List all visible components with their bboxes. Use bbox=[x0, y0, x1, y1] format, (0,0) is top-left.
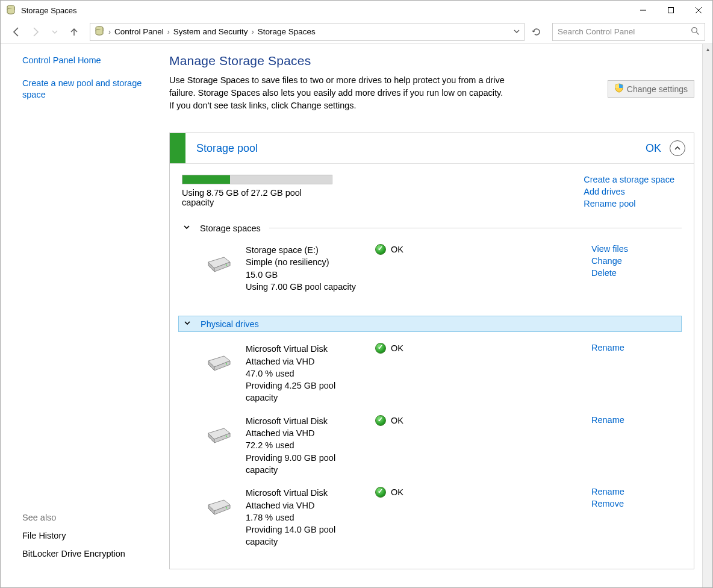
see-also-heading: See also bbox=[22, 513, 161, 522]
minimize-button[interactable] bbox=[629, 1, 657, 20]
ok-badge-icon bbox=[375, 244, 386, 255]
svg-point-17 bbox=[226, 363, 227, 364]
svg-point-13 bbox=[226, 264, 227, 266]
nav-row: › Control Panel › System and Security › … bbox=[1, 20, 712, 44]
close-button[interactable] bbox=[685, 1, 712, 20]
address-icon bbox=[94, 25, 105, 38]
pool-header: Storage pool OK bbox=[170, 133, 694, 163]
see-also-link[interactable]: BitLocker Drive Encryption bbox=[22, 549, 161, 558]
status-cell: OK bbox=[375, 487, 441, 498]
body-area: Control Panel Home Create a new pool and… bbox=[1, 44, 712, 587]
status-cell: OK bbox=[375, 415, 441, 426]
info-line: Microsoft Virtual Disk bbox=[246, 487, 363, 499]
physical-drive-info: Microsoft Virtual DiskAttached via VHD47… bbox=[246, 343, 363, 404]
info-line: 1.78 % used bbox=[246, 511, 363, 524]
window-title: Storage Spaces bbox=[21, 6, 77, 15]
page-description: Use Storage Spaces to save files to two … bbox=[169, 74, 506, 112]
info-line: Attached via VHD bbox=[246, 355, 363, 367]
pool-actions: Create a storage space Add drives Rename… bbox=[584, 175, 682, 208]
info-line: Providing 14.0 GB pool capacity bbox=[246, 524, 363, 548]
ok-badge-icon bbox=[375, 343, 386, 354]
physical-drive-info: Microsoft Virtual DiskAttached via VHD72… bbox=[246, 415, 363, 476]
svg-point-21 bbox=[226, 436, 227, 437]
info-line: Simple (no resiliency) bbox=[246, 256, 363, 268]
breadcrumb-item[interactable]: Storage Spaces bbox=[258, 27, 316, 36]
refresh-button[interactable] bbox=[527, 23, 546, 41]
info-line: Storage space (E:) bbox=[246, 244, 363, 256]
remove-link[interactable]: Remove bbox=[591, 499, 674, 508]
status-text: OK bbox=[391, 245, 403, 254]
shield-icon bbox=[614, 83, 624, 95]
chevron-right-icon[interactable]: › bbox=[167, 28, 170, 36]
pool-usage-bar bbox=[182, 175, 332, 184]
view-files-link[interactable]: View files bbox=[591, 244, 674, 254]
rename-pool-link[interactable]: Rename pool bbox=[584, 199, 674, 208]
search-placeholder: Search Control Panel bbox=[558, 27, 635, 36]
physical-drives-section-header[interactable]: Physical drives bbox=[178, 316, 682, 332]
status-cell: OK bbox=[375, 343, 441, 354]
pool-title: Storage pool bbox=[196, 142, 646, 155]
left-pane: Control Panel Home Create a new pool and… bbox=[1, 44, 169, 587]
maximize-button[interactable] bbox=[657, 1, 685, 20]
storage-pool-card: Storage pool OK Using 8.75 GB of 27.2 GB… bbox=[169, 133, 694, 569]
title-bar: Storage Spaces bbox=[1, 1, 712, 20]
physical-drive-row: Microsoft Virtual DiskAttached via VHD47… bbox=[182, 340, 682, 412]
section-title: Storage spaces bbox=[200, 224, 261, 233]
info-line: 72.2 % used bbox=[246, 439, 363, 451]
drive-icon bbox=[206, 415, 234, 444]
nav-up-button[interactable] bbox=[66, 23, 83, 40]
section-title: Physical drives bbox=[201, 319, 259, 329]
chevron-down-icon bbox=[182, 319, 192, 329]
rename-link[interactable]: Rename bbox=[591, 415, 674, 425]
create-storage-space-link[interactable]: Create a storage space bbox=[584, 175, 674, 184]
collapse-button[interactable] bbox=[670, 140, 685, 156]
storage-spaces-section-header[interactable]: Storage spaces bbox=[182, 223, 682, 233]
nav-forward-button[interactable] bbox=[27, 23, 44, 40]
create-pool-link[interactable]: Create a new pool and storage space bbox=[22, 78, 161, 101]
info-line: Microsoft Virtual Disk bbox=[246, 343, 363, 355]
address-bar[interactable]: › Control Panel › System and Security › … bbox=[90, 23, 525, 41]
pool-usage-fill bbox=[182, 175, 230, 184]
status-text: OK bbox=[391, 416, 403, 425]
change-settings-button[interactable]: Change settings bbox=[608, 80, 694, 98]
control-panel-home-link[interactable]: Control Panel Home bbox=[22, 55, 161, 67]
info-line: Using 7.00 GB pool capacity bbox=[246, 281, 363, 293]
breadcrumb-item[interactable]: System and Security bbox=[173, 27, 248, 36]
row-actions: RenameRemove bbox=[591, 487, 682, 508]
info-line: Attached via VHD bbox=[246, 427, 363, 439]
see-also-link[interactable]: File History bbox=[22, 531, 161, 540]
info-line: Providing 9.00 GB pool capacity bbox=[246, 452, 363, 477]
delete-link[interactable]: Delete bbox=[591, 268, 674, 278]
row-actions: Rename bbox=[591, 415, 682, 425]
chevron-right-icon[interactable]: › bbox=[252, 28, 254, 36]
svg-line-9 bbox=[697, 32, 699, 34]
physical-drive-info: Microsoft Virtual DiskAttached via VHD1.… bbox=[246, 487, 363, 548]
app-window: Storage Spaces › Control Panel › System … bbox=[0, 0, 713, 588]
vertical-scrollbar[interactable]: ▴ bbox=[702, 44, 712, 587]
svg-rect-3 bbox=[668, 8, 674, 13]
breadcrumb-item[interactable]: Control Panel bbox=[114, 27, 164, 36]
nav-recent-dropdown[interactable] bbox=[46, 23, 63, 40]
info-line: 47.0 % used bbox=[246, 367, 363, 380]
change-link[interactable]: Change bbox=[591, 256, 674, 266]
info-line: Providing 4.25 GB pool capacity bbox=[246, 380, 363, 404]
pool-usage-text: Using 8.75 GB of 27.2 GB pool capacity bbox=[182, 188, 314, 207]
add-drives-link[interactable]: Add drives bbox=[584, 187, 674, 196]
rename-link[interactable]: Rename bbox=[591, 343, 674, 352]
main-pane: Manage Storage Spaces Use Storage Spaces… bbox=[169, 44, 712, 587]
drive-icon bbox=[206, 487, 234, 516]
address-dropdown-icon[interactable] bbox=[513, 27, 520, 37]
nav-back-button[interactable] bbox=[8, 23, 25, 40]
divider bbox=[269, 228, 682, 228]
storage-space-info: Storage space (E:)Simple (no resiliency)… bbox=[246, 244, 363, 293]
storage-space-row: Storage space (E:)Simple (no resiliency)… bbox=[182, 242, 682, 301]
scroll-up-icon[interactable]: ▴ bbox=[703, 44, 712, 54]
search-icon bbox=[691, 27, 700, 37]
pool-body: Using 8.75 GB of 27.2 GB pool capacity C… bbox=[170, 163, 694, 569]
chevron-right-icon[interactable]: › bbox=[108, 28, 111, 36]
chevron-down-icon bbox=[182, 223, 191, 233]
rename-link[interactable]: Rename bbox=[591, 487, 674, 496]
search-input[interactable]: Search Control Panel bbox=[552, 23, 705, 41]
status-text: OK bbox=[391, 487, 403, 497]
ok-badge-icon bbox=[375, 415, 386, 426]
